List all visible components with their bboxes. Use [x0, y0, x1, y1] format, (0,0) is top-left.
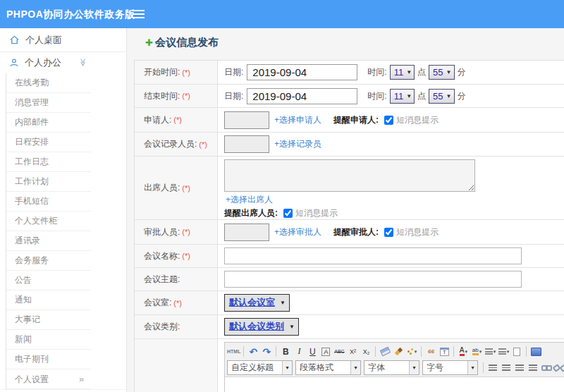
sidebar-sub-item[interactable]: 手机短信 — [6, 192, 91, 212]
form-row-start-time: 开始时间:(*) 日期: 时间: 11▼ 点 55▼ 分 — [135, 61, 564, 85]
attendees-textarea[interactable] — [224, 159, 475, 192]
chevron-down-icon[interactable]: ≫ — [78, 59, 87, 67]
caret-down-icon: ▾ — [479, 349, 482, 355]
end-minute-select[interactable]: 55▼ — [429, 89, 454, 104]
applicant-input[interactable] — [224, 111, 269, 129]
font-color-icon[interactable]: ▾ — [457, 345, 470, 358]
form-row-meeting-category: 会议类别: 默认会议类别 ▼ — [135, 315, 564, 339]
italic-icon[interactable] — [293, 345, 305, 358]
time-label: 时间: — [367, 90, 386, 102]
sidebar-sub-item[interactable]: 工作日志 — [6, 152, 91, 172]
eraser-icon[interactable] — [379, 345, 391, 358]
page-title: ✚ 会议信息发布 — [145, 36, 219, 49]
start-date-input[interactable] — [247, 64, 357, 80]
blockquote-icon[interactable] — [424, 345, 437, 358]
strikethrough-icon[interactable] — [333, 345, 345, 358]
select-applicant-link[interactable]: +选择申请人 — [274, 114, 321, 126]
sidebar-sub-item[interactable]: 新闻 — [6, 330, 91, 350]
sidebar-sub-item[interactable]: 通讯录 — [6, 231, 91, 251]
approver-sms-checkbox[interactable] — [384, 228, 393, 237]
editor-format-select[interactable]: 自定义标题▾ — [227, 360, 293, 375]
align-justify-icon[interactable] — [527, 362, 539, 374]
end-date-input[interactable] — [247, 88, 357, 104]
html-source-icon[interactable] — [227, 345, 240, 358]
editor-format-select[interactable]: 字号▾ — [422, 360, 478, 375]
bold-icon[interactable] — [279, 345, 292, 358]
align-left-icon[interactable] — [486, 362, 499, 374]
sidebar-item-supervision[interactable]: 督查督办 » — [0, 389, 126, 392]
field-label: 审批人员:(*) — [135, 220, 218, 244]
undo-icon[interactable] — [247, 345, 259, 358]
sidebar-sub-item[interactable]: 大事记 — [6, 310, 91, 330]
sidebar-sub-item[interactable]: 电子期刊 — [6, 350, 91, 369]
sidebar-sub-item[interactable]: 工作计划 — [6, 172, 91, 192]
toolbar-separator — [421, 346, 422, 357]
superscript-icon[interactable] — [346, 345, 359, 358]
sidebar-item-label: 个人设置 — [15, 370, 49, 388]
sidebar-sub-item[interactable]: 在线考勤 — [6, 73, 91, 93]
sidebar-sub-item[interactable]: 通知 — [6, 290, 91, 310]
toolbar-separator — [375, 346, 376, 357]
sidebar-item-personal-settings[interactable]: 个人设置 » — [6, 369, 91, 389]
sidebar-sub-item[interactable]: 内部邮件 — [6, 113, 91, 133]
palette-icon[interactable]: ▾ — [405, 345, 418, 358]
start-hour-select[interactable]: 11▼ — [390, 65, 415, 80]
link-icon[interactable] — [540, 362, 553, 374]
sidebar-sub-item[interactable]: 消息管理 — [6, 93, 91, 113]
align-right-icon[interactable] — [513, 362, 526, 374]
sidebar-item-personal-office[interactable]: 个人办公 ≫ — [0, 52, 126, 73]
brush-icon[interactable] — [392, 345, 405, 358]
paste-icon[interactable] — [438, 345, 450, 358]
caret-down-icon: ▾ — [409, 361, 419, 374]
sidebar-sub-item[interactable]: 日程安排 — [6, 133, 91, 152]
sidebar-item-personal-desktop[interactable]: 个人桌面 — [0, 28, 126, 52]
minute-suffix: 分 — [458, 66, 466, 78]
top-bar: PHPOA协同办公软件政务版 — [0, 0, 564, 28]
align-center-icon[interactable] — [500, 362, 513, 374]
end-hour-select[interactable]: 11▼ — [390, 89, 415, 104]
caret-down-icon: ▾ — [494, 349, 496, 355]
select-attendee-link[interactable]: +选择出席人 — [226, 194, 273, 206]
select-recorder-link[interactable]: +选择记录员 — [274, 138, 321, 150]
approver-input[interactable] — [224, 223, 269, 241]
recorder-input[interactable] — [224, 135, 269, 153]
form-row-end-time: 结束时间:(*) 日期: 时间: 11▼ 点 55▼ 分 — [135, 85, 564, 108]
caret-down-icon: ▾ — [282, 361, 292, 374]
font-box-icon[interactable] — [319, 345, 332, 358]
fullscreen-icon[interactable] — [529, 345, 542, 358]
unordered-list-icon[interactable]: ▾ — [497, 345, 510, 358]
applicant-sms-checkbox[interactable] — [384, 116, 393, 125]
app-title: PHPOA协同办公软件政务版 — [6, 0, 135, 28]
unlink-icon[interactable] — [553, 362, 564, 374]
sms-hint-label: 短消息提示 — [396, 114, 439, 126]
start-minute-select[interactable]: 55▼ — [429, 65, 454, 80]
meeting-room-select[interactable]: 默认会议室 ▼ — [224, 294, 290, 312]
highlight-icon[interactable]: ▾ — [470, 345, 483, 358]
toolbar-separator — [276, 346, 276, 357]
subscript-icon[interactable] — [360, 345, 372, 358]
date-label: 日期: — [224, 90, 243, 102]
date-label: 日期: — [224, 66, 243, 78]
ordered-list-icon[interactable]: ▾ — [484, 345, 496, 358]
field-label — [135, 339, 218, 392]
sidebar-sub-item[interactable]: 公告 — [6, 271, 91, 290]
main-content: ✚ 会议信息发布 开始时间:(*) 日期: 时间: 11▼ 点 55▼ 分 结束… — [127, 28, 564, 392]
meeting-name-input[interactable] — [224, 247, 522, 264]
editor-format-select[interactable]: 段落格式▾ — [295, 360, 361, 375]
caret-down-icon: ▼ — [406, 93, 412, 99]
caret-down-icon: ▼ — [446, 69, 452, 75]
sidebar-sub-menu: 在线考勤消息管理内部邮件日程安排工作日志工作计划手机短信个人文件柜通讯录会务服务… — [6, 73, 91, 369]
sidebar-sub-item[interactable]: 个人文件柜 — [6, 212, 91, 231]
meeting-subject-input[interactable] — [224, 271, 522, 288]
new-page-icon[interactable] — [510, 345, 523, 358]
editor-content-area[interactable] — [225, 377, 564, 392]
hamburger-menu-icon[interactable] — [133, 10, 145, 18]
redo-icon[interactable] — [260, 345, 273, 358]
select-approver-link[interactable]: +选择审批人 — [274, 226, 321, 238]
sidebar-sub-item[interactable]: 会务服务 — [6, 251, 91, 271]
attendee-sms-checkbox[interactable] — [283, 209, 293, 218]
form-row-meeting-name: 会议名称:(*) — [135, 245, 564, 268]
editor-format-select[interactable]: 字体▾ — [364, 360, 419, 375]
underline-icon[interactable] — [306, 345, 319, 358]
meeting-category-select[interactable]: 默认会议类别 ▼ — [224, 318, 299, 336]
